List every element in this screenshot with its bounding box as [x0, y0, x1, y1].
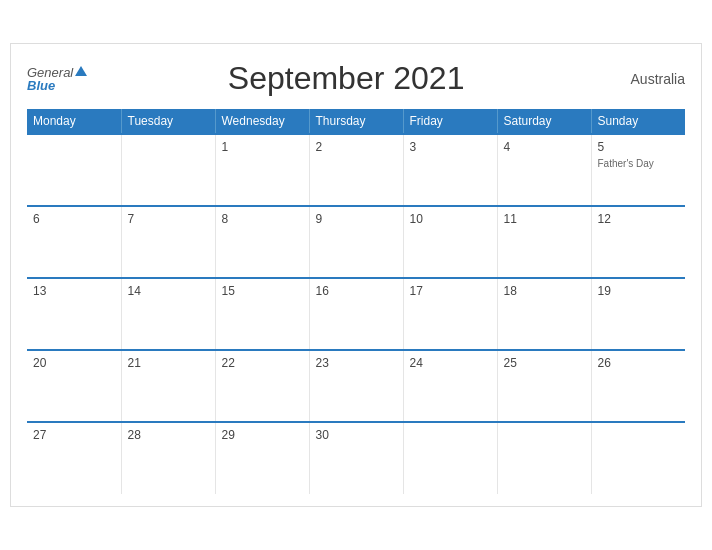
header-cell-wednesday: Wednesday — [215, 109, 309, 134]
header-cell-friday: Friday — [403, 109, 497, 134]
week-row-0: 12345Father's Day — [27, 134, 685, 206]
week-row-4: 27282930 — [27, 422, 685, 494]
calendar-table: MondayTuesdayWednesdayThursdayFridaySatu… — [27, 109, 685, 494]
day-cell: 12 — [591, 206, 685, 278]
header-row: MondayTuesdayWednesdayThursdayFridaySatu… — [27, 109, 685, 134]
day-cell: 22 — [215, 350, 309, 422]
day-number: 15 — [222, 284, 303, 298]
day-cell: 2 — [309, 134, 403, 206]
day-cell — [497, 422, 591, 494]
logo: General Blue — [27, 66, 87, 92]
logo-triangle-icon — [75, 66, 87, 76]
day-cell: 19 — [591, 278, 685, 350]
day-cell: 15 — [215, 278, 309, 350]
day-number: 27 — [33, 428, 115, 442]
header-cell-monday: Monday — [27, 109, 121, 134]
day-number: 26 — [598, 356, 680, 370]
day-cell: 14 — [121, 278, 215, 350]
day-cell: 25 — [497, 350, 591, 422]
day-cell: 13 — [27, 278, 121, 350]
day-cell: 7 — [121, 206, 215, 278]
header-cell-saturday: Saturday — [497, 109, 591, 134]
day-cell: 26 — [591, 350, 685, 422]
day-number: 9 — [316, 212, 397, 226]
day-number: 2 — [316, 140, 397, 154]
day-cell: 29 — [215, 422, 309, 494]
day-cell: 9 — [309, 206, 403, 278]
week-row-2: 13141516171819 — [27, 278, 685, 350]
day-cell — [121, 134, 215, 206]
day-number: 16 — [316, 284, 397, 298]
day-number: 18 — [504, 284, 585, 298]
day-cell: 17 — [403, 278, 497, 350]
day-number: 13 — [33, 284, 115, 298]
day-cell: 20 — [27, 350, 121, 422]
day-cell: 18 — [497, 278, 591, 350]
calendar-container: General Blue September 2021 Australia Mo… — [10, 43, 702, 507]
day-number: 10 — [410, 212, 491, 226]
week-row-1: 6789101112 — [27, 206, 685, 278]
day-cell: 10 — [403, 206, 497, 278]
day-number: 4 — [504, 140, 585, 154]
day-number: 8 — [222, 212, 303, 226]
day-number: 17 — [410, 284, 491, 298]
day-number: 24 — [410, 356, 491, 370]
calendar-header: General Blue September 2021 Australia — [27, 60, 685, 97]
day-number: 14 — [128, 284, 209, 298]
day-number: 29 — [222, 428, 303, 442]
day-cell: 24 — [403, 350, 497, 422]
day-cell — [27, 134, 121, 206]
day-cell: 11 — [497, 206, 591, 278]
logo-general-text: General — [27, 66, 73, 79]
header-cell-tuesday: Tuesday — [121, 109, 215, 134]
week-row-3: 20212223242526 — [27, 350, 685, 422]
calendar-title: September 2021 — [87, 60, 605, 97]
day-cell: 21 — [121, 350, 215, 422]
day-number: 11 — [504, 212, 585, 226]
day-cell: 8 — [215, 206, 309, 278]
day-number: 23 — [316, 356, 397, 370]
header-cell-sunday: Sunday — [591, 109, 685, 134]
day-cell: 6 — [27, 206, 121, 278]
day-cell — [403, 422, 497, 494]
day-cell: 28 — [121, 422, 215, 494]
day-number: 1 — [222, 140, 303, 154]
day-number: 20 — [33, 356, 115, 370]
day-cell: 27 — [27, 422, 121, 494]
day-number: 30 — [316, 428, 397, 442]
logo-blue-text: Blue — [27, 79, 55, 92]
day-cell: 30 — [309, 422, 403, 494]
day-number: 5 — [598, 140, 680, 154]
calendar-tbody: 12345Father's Day67891011121314151617181… — [27, 134, 685, 494]
day-cell: 3 — [403, 134, 497, 206]
day-cell — [591, 422, 685, 494]
calendar-thead: MondayTuesdayWednesdayThursdayFridaySatu… — [27, 109, 685, 134]
day-cell: 23 — [309, 350, 403, 422]
day-number: 12 — [598, 212, 680, 226]
day-cell: 16 — [309, 278, 403, 350]
day-number: 25 — [504, 356, 585, 370]
day-number: 22 — [222, 356, 303, 370]
holiday-label: Father's Day — [598, 157, 680, 170]
day-number: 19 — [598, 284, 680, 298]
day-cell: 5Father's Day — [591, 134, 685, 206]
day-number: 6 — [33, 212, 115, 226]
day-number: 3 — [410, 140, 491, 154]
country-label: Australia — [605, 71, 685, 87]
header-cell-thursday: Thursday — [309, 109, 403, 134]
day-cell: 4 — [497, 134, 591, 206]
day-number: 21 — [128, 356, 209, 370]
day-cell: 1 — [215, 134, 309, 206]
day-number: 28 — [128, 428, 209, 442]
day-number: 7 — [128, 212, 209, 226]
